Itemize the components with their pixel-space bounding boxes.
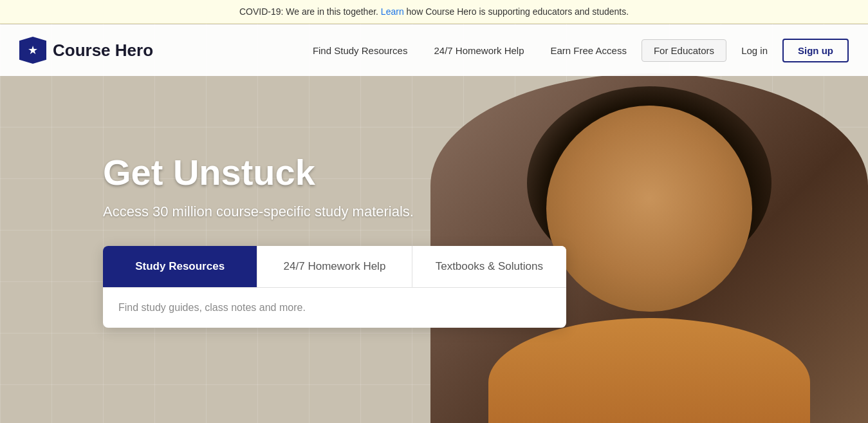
covid-banner: COVID-19: We are in this together. Learn…	[0, 0, 868, 24]
nav-find-study[interactable]: Find Study Resources	[301, 40, 420, 61]
logo-link[interactable]: ★ Course Hero	[19, 37, 153, 64]
tabs-header: Study Resources 24/7 Homework Help Textb…	[103, 246, 566, 288]
person-body	[488, 318, 810, 423]
banner-text-after: how Course Hero is supporting educators …	[404, 6, 629, 17]
nav-signup[interactable]: Sign up	[782, 39, 849, 62]
logo-icon: ★	[19, 37, 46, 64]
hero-section: Get Unstuck Access 30 million course-spe…	[0, 24, 868, 423]
nav-educators[interactable]: For Educators	[642, 39, 726, 62]
nav-login[interactable]: Log in	[730, 40, 779, 61]
tabs-body: Find study guides, class notes and more.	[103, 288, 566, 328]
site-header: ★ Course Hero Find Study Resources 24/7 …	[0, 24, 868, 76]
tab-textbooks[interactable]: Textbooks & Solutions	[412, 246, 566, 287]
banner-text-before: COVID-19: We are in this together.	[239, 6, 381, 17]
star-icon: ★	[28, 43, 38, 57]
tab-homework-help-label: 24/7 Homework Help	[284, 260, 386, 272]
search-tabs-card: Study Resources 24/7 Homework Help Textb…	[103, 246, 566, 328]
nav-homework[interactable]: 24/7 Homework Help	[422, 40, 535, 61]
hero-content: Get Unstuck Access 30 million course-spe…	[0, 48, 868, 328]
tab-textbooks-label: Textbooks & Solutions	[436, 260, 543, 272]
banner-learn-link[interactable]: Learn	[381, 6, 404, 17]
tab-study-resources[interactable]: Study Resources	[103, 246, 257, 287]
logo-text: Course Hero	[53, 41, 153, 61]
main-nav: Find Study Resources 24/7 Homework Help …	[301, 39, 849, 62]
nav-earn[interactable]: Earn Free Access	[539, 40, 638, 61]
tab-homework-help[interactable]: 24/7 Homework Help	[257, 246, 412, 287]
hero-title: Get Unstuck	[103, 151, 868, 193]
hero-subtitle: Access 30 million course-specific study …	[103, 203, 868, 220]
tab-study-resources-label: Study Resources	[135, 260, 225, 272]
search-placeholder[interactable]: Find study guides, class notes and more.	[118, 302, 306, 313]
